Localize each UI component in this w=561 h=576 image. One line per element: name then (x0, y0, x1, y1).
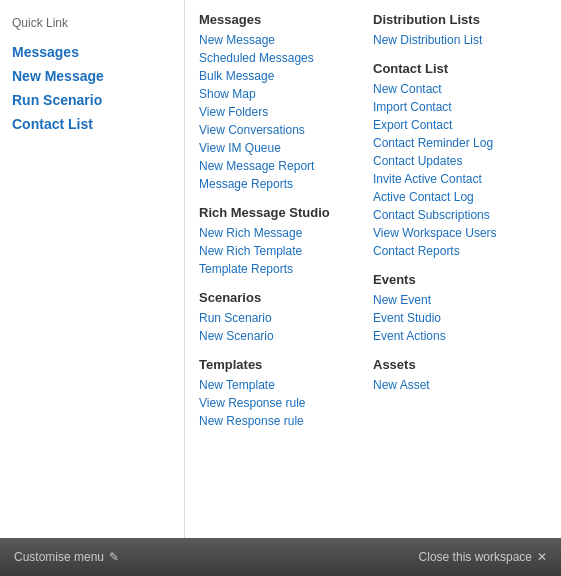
menu-link-view-response-rule[interactable]: View Response rule (199, 396, 363, 410)
sidebar-link-contact-list[interactable]: Contact List (12, 116, 172, 132)
menu-link-contact-subscriptions[interactable]: Contact Subscriptions (373, 208, 537, 222)
section-title-events: Events (373, 272, 537, 287)
menu-link-new-message[interactable]: New Message (199, 33, 363, 47)
menu-link-message-reports[interactable]: Message Reports (199, 177, 363, 191)
section-title-distribution-lists: Distribution Lists (373, 12, 537, 27)
menu-link-export-contact[interactable]: Export Contact (373, 118, 537, 132)
menu-link-contact-updates[interactable]: Contact Updates (373, 154, 537, 168)
quick-link-title: Quick Link (12, 16, 172, 30)
section-title-contact-list: Contact List (373, 61, 537, 76)
menu-link-invite-active-contact[interactable]: Invite Active Contact (373, 172, 537, 186)
close-workspace-button[interactable]: Close this workspace ✕ (419, 550, 547, 564)
customise-menu-label: Customise menu (14, 550, 104, 564)
menu-link-active-contact-log[interactable]: Active Contact Log (373, 190, 537, 204)
menu-col-1: MessagesNew MessageScheduled MessagesBul… (199, 12, 373, 526)
close-icon: ✕ (537, 550, 547, 564)
menu-link-view-folders[interactable]: View Folders (199, 105, 363, 119)
section-title-rich-message-studio: Rich Message Studio (199, 205, 363, 220)
menu-link-new-asset[interactable]: New Asset (373, 378, 537, 392)
section-title-scenarios: Scenarios (199, 290, 363, 305)
section-title-assets: Assets (373, 357, 537, 372)
menu-link-new-response-rule[interactable]: New Response rule (199, 414, 363, 428)
menu-link-new-contact[interactable]: New Contact (373, 82, 537, 96)
menu-link-show-map[interactable]: Show Map (199, 87, 363, 101)
sidebar-link-run-scenario[interactable]: Run Scenario (12, 92, 172, 108)
menu-link-contact-reports[interactable]: Contact Reports (373, 244, 537, 258)
menu-link-new-rich-message[interactable]: New Rich Message (199, 226, 363, 240)
menu-link-template-reports[interactable]: Template Reports (199, 262, 363, 276)
menu-link-contact-reminder-log[interactable]: Contact Reminder Log (373, 136, 537, 150)
menu-link-new-distribution-list[interactable]: New Distribution List (373, 33, 537, 47)
menu-link-new-message-report[interactable]: New Message Report (199, 159, 363, 173)
close-workspace-label: Close this workspace (419, 550, 532, 564)
sidebar-link-new-message[interactable]: New Message (12, 68, 172, 84)
menu-link-bulk-message[interactable]: Bulk Message (199, 69, 363, 83)
footer: Customise menu ✎ Close this workspace ✕ (0, 538, 561, 576)
pencil-icon: ✎ (109, 550, 119, 564)
menu-link-new-scenario[interactable]: New Scenario (199, 329, 363, 343)
menu-link-view-im-queue[interactable]: View IM Queue (199, 141, 363, 155)
main-content: Quick Link Messages New Message Run Scen… (0, 0, 561, 538)
section-title-templates: Templates (199, 357, 363, 372)
menu-link-new-rich-template[interactable]: New Rich Template (199, 244, 363, 258)
menu-link-view-conversations[interactable]: View Conversations (199, 123, 363, 137)
menu-link-scheduled-messages[interactable]: Scheduled Messages (199, 51, 363, 65)
menu-link-event-actions[interactable]: Event Actions (373, 329, 537, 343)
menu-link-new-event[interactable]: New Event (373, 293, 537, 307)
sidebar: Quick Link Messages New Message Run Scen… (0, 0, 185, 538)
menu-link-new-template[interactable]: New Template (199, 378, 363, 392)
menu-col-2: Distribution ListsNew Distribution ListC… (373, 12, 547, 526)
menu-link-event-studio[interactable]: Event Studio (373, 311, 537, 325)
menu-link-view-workspace-users[interactable]: View Workspace Users (373, 226, 537, 240)
menu-link-import-contact[interactable]: Import Contact (373, 100, 537, 114)
customise-menu-button[interactable]: Customise menu ✎ (14, 550, 119, 564)
section-title-messages: Messages (199, 12, 363, 27)
menu-link-run-scenario[interactable]: Run Scenario (199, 311, 363, 325)
sidebar-link-messages[interactable]: Messages (12, 44, 172, 60)
menu-area: MessagesNew MessageScheduled MessagesBul… (185, 0, 561, 538)
